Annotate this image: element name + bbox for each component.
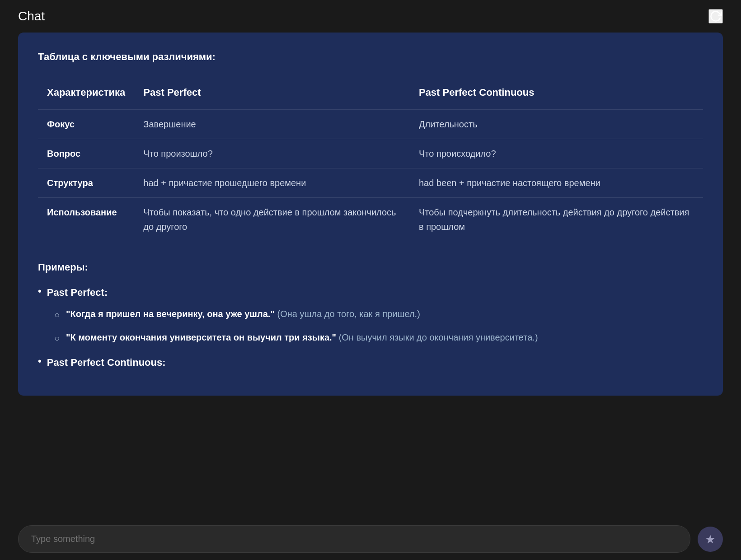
table-cell-label: Фокус	[38, 110, 134, 139]
table-cell-ppc: Что происходило?	[410, 139, 703, 168]
table-cell-pp: Завершение	[134, 110, 410, 139]
col-header-characteristic: Характеристика	[38, 77, 134, 110]
main-content: Таблица с ключевыми различиями: Характер…	[0, 33, 741, 518]
chat-bubble: Таблица с ключевыми различиями: Характер…	[18, 33, 723, 396]
example-category-pp: Past Perfect:	[47, 285, 108, 300]
bullet-icon: •	[38, 285, 42, 299]
examples-list: • Past Perfect: ○ "Когда я пришел на веч…	[38, 285, 703, 370]
chat-input[interactable]	[18, 525, 690, 553]
table-row: Фокус Завершение Длительность	[38, 110, 703, 139]
list-item: • Past Perfect Continuous:	[38, 355, 703, 370]
examples-title: Примеры:	[38, 259, 703, 275]
table-cell-pp: had + причастие прошедшего времени	[134, 168, 410, 198]
table-cell-ppc: Длительность	[410, 110, 703, 139]
table-section-title: Таблица с ключевыми различиями:	[38, 49, 703, 65]
bullet-icon: •	[38, 355, 42, 369]
send-button[interactable]	[698, 527, 723, 552]
table-cell-label: Использование	[38, 198, 134, 242]
page-title: Chat	[18, 9, 45, 23]
table-cell-label: Вопрос	[38, 139, 134, 168]
table-cell-ppc: Чтобы подчеркнуть длительность действия …	[410, 198, 703, 242]
refresh-button[interactable]	[708, 9, 723, 23]
table-row: Вопрос Что произошло? Что происходило?	[38, 139, 703, 168]
table-cell-ppc: had been + причастие настоящего времени	[410, 168, 703, 198]
sub-bullet-icon: ○	[54, 308, 60, 322]
input-bar	[0, 518, 741, 560]
comparison-table: Характеристика Past Perfect Past Perfect…	[38, 77, 703, 241]
list-item: ○ "Когда я пришел на вечеринку, она уже …	[54, 307, 703, 322]
table-row: Использование Чтобы показать, что одно д…	[38, 198, 703, 242]
table-row: Структура had + причастие прошедшего вре…	[38, 168, 703, 198]
example-text-1: "Когда я пришел на вечеринку, она уже уш…	[66, 307, 420, 321]
list-item: ○ "К моменту окончания университета он в…	[54, 330, 703, 345]
table-cell-label: Структура	[38, 168, 134, 198]
list-item: • Past Perfect: ○ "Когда я пришел на веч…	[38, 285, 703, 345]
col-header-past-perfect: Past Perfect	[134, 77, 410, 110]
example-text-2: "К моменту окончания университета он выу…	[66, 330, 538, 345]
table-cell-pp: Что произошло?	[134, 139, 410, 168]
sub-bullet-icon: ○	[54, 331, 60, 345]
header: Chat	[0, 0, 741, 33]
sub-examples-pp: ○ "Когда я пришел на вечеринку, она уже …	[54, 307, 703, 345]
table-cell-pp: Чтобы показать, что одно действие в прош…	[134, 198, 410, 242]
col-header-past-perfect-continuous: Past Perfect Continuous	[410, 77, 703, 110]
example-category-ppc: Past Perfect Continuous:	[47, 355, 166, 370]
